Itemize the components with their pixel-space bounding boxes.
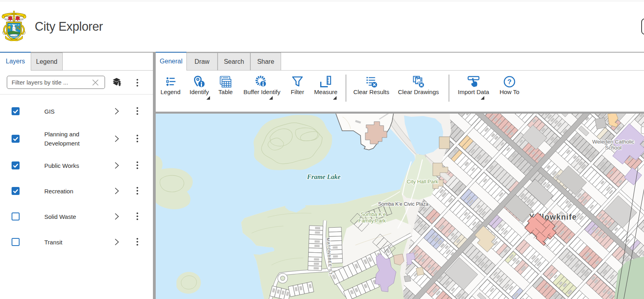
svg-text:School: School [605,145,621,151]
svg-text:Frame Lake: Frame Lake [307,173,341,181]
svg-text:Weleden Catholic: Weleden Catholic [592,139,634,145]
svg-text:City Hall Park: City Hall Park [407,179,438,185]
svg-text:?: ? [507,78,511,86]
svg-text:Somba K'e: Somba K'e [361,211,386,217]
svg-text:Somba K'e Civic Plaza: Somba K'e Civic Plaza [378,201,428,207]
svg-text:Family Park: Family Park [359,218,386,224]
